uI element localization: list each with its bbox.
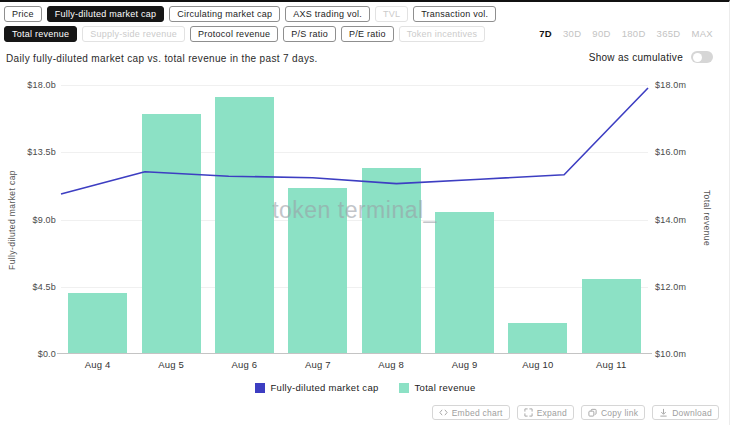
- tab-circulating-market-cap[interactable]: Circulating market cap: [169, 6, 280, 22]
- tab-axs-trading-vol[interactable]: AXS trading vol.: [285, 6, 370, 22]
- x-label-aug-7: Aug 7: [281, 359, 355, 370]
- x-label-aug-9: Aug 9: [428, 359, 502, 370]
- x-label-aug-5: Aug 5: [134, 359, 208, 370]
- code-icon: [439, 408, 448, 417]
- left-tick-label: $0.0: [0, 349, 56, 359]
- tab-p-e-ratio[interactable]: P/E ratio: [341, 26, 394, 42]
- left-tick-label: $18.0b: [0, 80, 56, 90]
- tab-p-s-ratio[interactable]: P/S ratio: [283, 26, 336, 42]
- range-30d[interactable]: 30D: [563, 28, 581, 39]
- line-series: [61, 85, 648, 354]
- link-icon: [588, 408, 597, 417]
- chart-action-buttons: Embed chartExpandCopy linkDownload: [432, 405, 719, 420]
- metric-tabs-row-2: Total revenueSupply-side revenueProtocol…: [4, 26, 485, 42]
- cumulative-toggle[interactable]: [691, 51, 713, 63]
- time-range-selector: 7D30D90D180D365DMAX: [539, 28, 713, 39]
- legend-swatch: [399, 383, 409, 393]
- right-axis-title: Total revenue: [702, 148, 712, 288]
- download-icon: [659, 408, 668, 417]
- expand-icon: [524, 408, 533, 417]
- footer-button-label: Copy link: [601, 408, 638, 418]
- x-label-aug-11: Aug 11: [574, 359, 648, 370]
- legend-swatch: [255, 383, 265, 393]
- chart-subtitle: Daily fully-diluted market cap vs. total…: [6, 53, 318, 64]
- tab-tvl: TVL: [375, 6, 408, 22]
- left-tick-label: $13.5b: [0, 147, 56, 157]
- right-tick-label: $10.0m: [655, 349, 686, 359]
- range-180d[interactable]: 180D: [622, 28, 646, 39]
- right-tick-label: $18.0m: [655, 80, 686, 90]
- legend-item-total-revenue[interactable]: Total revenue: [399, 382, 476, 393]
- right-tick-label: $16.0m: [655, 147, 686, 157]
- x-label-aug-4: Aug 4: [61, 359, 135, 370]
- left-tick-label: $9.0b: [0, 215, 56, 225]
- footer-button-label: Expand: [537, 408, 567, 418]
- tab-price[interactable]: Price: [4, 6, 42, 22]
- legend-item-fully-diluted-market-cap[interactable]: Fully-diluted market cap: [255, 382, 379, 393]
- left-tick-label: $4.5b: [0, 282, 56, 292]
- tab-supply-side-revenue: Supply-side revenue: [82, 26, 185, 42]
- range-7d[interactable]: 7D: [539, 28, 552, 39]
- x-label-aug-6: Aug 6: [207, 359, 281, 370]
- metric-tabs-row-1: PriceFully-diluted market capCirculating…: [4, 6, 496, 22]
- expand-button[interactable]: Expand: [517, 405, 574, 420]
- embed-chart-button[interactable]: Embed chart: [432, 405, 510, 420]
- token-terminal-chart-card: PriceFully-diluted market capCirculating…: [0, 0, 730, 425]
- chart-legend: Fully-diluted market capTotal revenue: [0, 382, 730, 393]
- legend-label: Total revenue: [415, 382, 476, 393]
- cumulative-toggle-group: Show as cumulative: [589, 51, 713, 63]
- plot-area: [61, 85, 648, 354]
- cumulative-toggle-label: Show as cumulative: [589, 52, 683, 63]
- range-max[interactable]: MAX: [692, 28, 714, 39]
- right-tick-label: $14.0m: [655, 215, 686, 225]
- tab-total-revenue[interactable]: Total revenue: [4, 26, 77, 42]
- x-label-aug-8: Aug 8: [354, 359, 428, 370]
- toggle-knob: [693, 53, 702, 62]
- right-tick-label: $12.0m: [655, 282, 686, 292]
- range-365d[interactable]: 365D: [657, 28, 681, 39]
- range-90d[interactable]: 90D: [592, 28, 610, 39]
- footer-button-label: Download: [672, 408, 712, 418]
- x-label-aug-10: Aug 10: [501, 359, 575, 370]
- download-button[interactable]: Download: [652, 405, 719, 420]
- tab-fully-diluted-market-cap[interactable]: Fully-diluted market cap: [47, 6, 165, 22]
- tab-transaction-vol[interactable]: Transaction vol.: [413, 6, 496, 22]
- footer-button-label: Embed chart: [452, 408, 503, 418]
- legend-label: Fully-diluted market cap: [271, 382, 379, 393]
- copy-link-button[interactable]: Copy link: [581, 405, 645, 420]
- tab-protocol-revenue[interactable]: Protocol revenue: [190, 26, 278, 42]
- tab-token-incentives: Token incentives: [399, 26, 486, 42]
